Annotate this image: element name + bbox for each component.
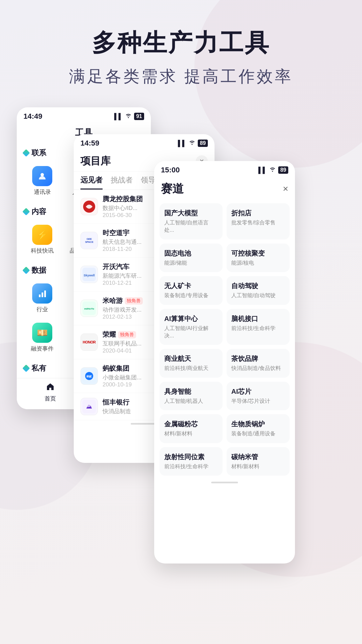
track-modal-header: 赛道 × <box>154 177 295 200</box>
track-card-autopilot[interactable]: 自动驾驶 人工智能/自动驾驶 <box>227 276 290 305</box>
status-icons-projects: ▌▌ 89 <box>178 140 208 147</box>
company-logo-skywell: Skywell <box>80 266 98 283</box>
card-title: 放射性同位素 <box>164 452 218 462</box>
card-title: AI芯片 <box>231 387 285 396</box>
wifi-icon-3 <box>269 167 276 174</box>
card-sub: 能源/核电 <box>231 259 285 267</box>
svg-rect-4 <box>39 294 41 297</box>
contacts-icon <box>32 166 52 186</box>
industry-icon <box>32 283 52 304</box>
card-sub: 材料/新材料 <box>164 430 218 437</box>
diamond-icon-private <box>22 365 30 372</box>
track-card-nanotube[interactable]: 碳纳米管 材料/新材料 <box>227 447 290 476</box>
contacts-label: 通讯录 <box>34 188 51 196</box>
tool-news[interactable]: ⚡ 科技快讯 <box>22 221 62 259</box>
card-sub: 半导体/芯片设计 <box>231 397 285 405</box>
card-sub: 前沿科技/商业航天 <box>164 365 218 372</box>
signal-icon: ▌▌ <box>114 113 123 120</box>
card-title: 可控核聚变 <box>231 249 285 258</box>
svg-text:⛰: ⛰ <box>86 403 92 410</box>
time-tools: 14:49 <box>23 112 42 121</box>
track-close-btn[interactable]: × <box>283 183 288 194</box>
status-icons-track: ▌▌ 89 <box>258 166 288 174</box>
company-logo-honor: HONOR <box>80 333 98 351</box>
diamond-icon-content <box>22 208 30 216</box>
finance-label: 融资事件 <box>31 345 54 353</box>
card-title: 固态电池 <box>164 249 218 258</box>
track-card-aichip[interactable]: AI芯片 半导体/芯片设计 <box>227 382 290 410</box>
track-card-fusion[interactable]: 可控核聚变 能源/核电 <box>227 244 290 272</box>
tag-exclusive-honor: 独角兽 <box>118 331 136 338</box>
company-logo-tenglong <box>80 198 98 215</box>
section-contact-label: 联系 <box>32 148 46 158</box>
card-sub: 批发零售/综合零售 <box>231 219 285 226</box>
card-sub: 材料/新材料 <box>231 463 285 470</box>
projects-title: 项目库 <box>80 154 111 168</box>
status-icons-tools: ▌▌ 91 <box>114 113 144 120</box>
track-card-battery[interactable]: 固态电池 能源/储能 <box>160 244 223 272</box>
project-name: 米哈游 <box>103 296 123 305</box>
screen-track: 15:00 ▌▌ 89 赛道 × 国产大模型 人工智能/自然语言处... 折 <box>154 161 295 564</box>
home-icon <box>46 382 55 393</box>
wifi-icon <box>125 113 132 120</box>
card-sub: 能源/储能 <box>164 259 218 267</box>
track-card-bci[interactable]: 脑机接口 前沿科技/生命科学 <box>227 309 290 345</box>
card-title: 金属磁粉芯 <box>164 420 218 429</box>
card-sub: 人工智能/机器人 <box>164 397 218 405</box>
track-card-ai-center[interactable]: AI算算中心 人工智能/AI行业解决... <box>160 309 223 345</box>
nav-home-label: 首页 <box>45 395 56 402</box>
svg-point-0 <box>41 173 44 176</box>
company-logo-hengfeng: ⛰ <box>80 398 98 415</box>
page-subtitle: 满足各类需求 提高工作效率 <box>20 66 342 87</box>
card-sub: 前沿科技/生命科学 <box>231 325 285 332</box>
tool-contacts[interactable]: 通讯录 <box>22 162 62 200</box>
card-sub: 前沿科技/生命科学 <box>164 463 218 470</box>
card-title: 国产大模型 <box>164 209 218 218</box>
company-logo-mihoyo: miHoYo <box>80 300 98 317</box>
tool-finance[interactable]: 💴 融资事件 <box>22 319 62 357</box>
section-private-label: 私有 <box>32 363 46 373</box>
track-card-robot[interactable]: 具身智能 人工智能/机器人 <box>160 382 223 410</box>
svg-text:miHoYo: miHoYo <box>84 307 94 310</box>
card-sub: 人工智能/自动驾驶 <box>231 292 285 299</box>
battery-tools: 91 <box>134 113 144 120</box>
card-sub: 人工智能/AI行业解决... <box>164 325 218 340</box>
track-card-isotope[interactable]: 放射性同位素 前沿科技/生命科学 <box>160 447 223 476</box>
scroll-indicator-track <box>211 482 238 483</box>
finance-icon: 💴 <box>32 323 52 343</box>
battery-projects: 89 <box>198 140 208 147</box>
company-logo-ant: 蚂蚁 <box>80 367 98 385</box>
track-card-mining[interactable]: 无人矿卡 装备制造/专用设备 <box>160 276 223 305</box>
news-icon: ⚡ <box>32 225 52 245</box>
card-sub: 人工智能/自然语言处... <box>164 219 218 234</box>
tag-exclusive: 独角兽 <box>125 297 143 305</box>
section-data-label: 数据 <box>32 265 46 275</box>
card-title: 茶饮品牌 <box>231 354 285 363</box>
card-title: AI算算中心 <box>164 314 218 323</box>
signal-icon-3: ▌▌ <box>258 167 267 174</box>
status-bar-tools: 14:49 ▌▌ 91 <box>17 107 151 123</box>
card-title: 折扣店 <box>231 209 285 218</box>
status-bar-projects: 14:59 ▌▌ 89 <box>74 134 215 150</box>
track-card-aerospace[interactable]: 商业航天 前沿科技/商业航天 <box>160 349 223 377</box>
tab-challengers[interactable]: 挑战者 <box>111 175 133 190</box>
track-card-gm[interactable]: 国产大模型 人工智能/自然语言处... <box>160 203 223 239</box>
card-title: 生物质锅炉 <box>231 420 285 429</box>
track-card-boiler[interactable]: 生物质锅炉 装备制造/通用设备 <box>227 414 290 443</box>
svg-text:蚂蚁: 蚂蚁 <box>86 375 92 378</box>
track-card-discount[interactable]: 折扣店 批发零售/综合零售 <box>227 203 290 239</box>
diamond-icon-data <box>22 267 30 274</box>
track-card-tea[interactable]: 茶饮品牌 快消品制造/食品饮料 <box>227 349 290 377</box>
card-title: 自动驾驶 <box>231 281 285 290</box>
card-title: 脑机接口 <box>231 314 285 323</box>
card-title: 具身智能 <box>164 387 218 396</box>
status-bar-track: 15:00 ▌▌ 89 <box>154 161 295 177</box>
section-content-label: 内容 <box>32 207 46 217</box>
tool-industry[interactable]: 行业 <box>22 279 62 317</box>
tab-visionaries[interactable]: 远见者 <box>80 175 103 190</box>
track-card-magnetic[interactable]: 金属磁粉芯 材料/新材料 <box>160 414 223 443</box>
news-label: 科技快讯 <box>31 247 54 255</box>
track-grid: 国产大模型 人工智能/自然语言处... 折扣店 批发零售/综合零售 固态电池 能… <box>154 200 295 479</box>
card-title: 商业航天 <box>164 354 218 363</box>
screens-container: 14:49 ▌▌ 91 工具 联系 通讯录 <box>0 107 362 560</box>
